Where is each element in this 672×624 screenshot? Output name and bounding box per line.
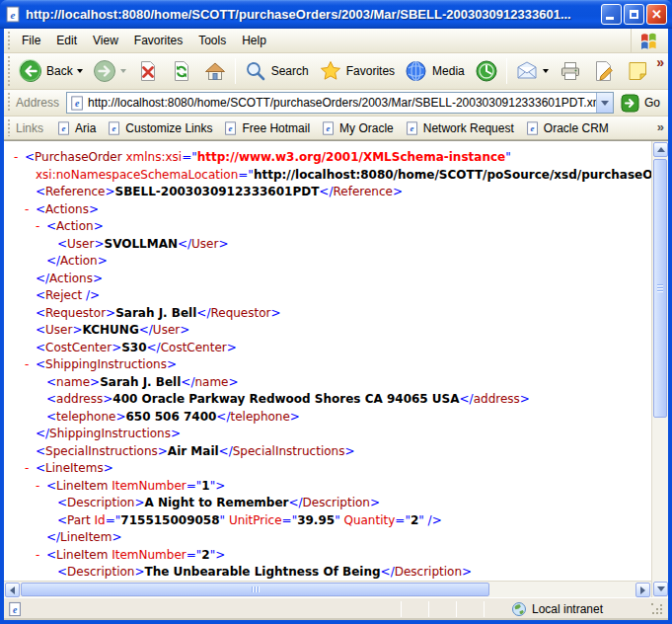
toolbar-overflow-chevron[interactable]: » [656, 54, 664, 70]
home-button[interactable] [198, 56, 232, 87]
xml-line: <User>SVOLLMAN</User> [4, 236, 651, 254]
collapse-marker[interactable]: - [36, 478, 46, 496]
xml-tag-name: name [194, 375, 228, 389]
search-button[interactable]: Search [239, 56, 314, 87]
scroll-down-button[interactable] [653, 582, 668, 596]
xml-namespace-value: http://www.w3.org/2001/XMLSchema-instanc… [197, 150, 505, 164]
scroll-left-button[interactable] [5, 583, 20, 597]
ie-page-icon: e [526, 120, 540, 136]
chevron-down-icon[interactable] [120, 69, 126, 73]
collapse-marker[interactable]: - [36, 218, 46, 236]
refresh-icon [170, 59, 193, 83]
xml-attribute-name: xmlns:xsi [122, 150, 183, 164]
stop-button[interactable] [131, 56, 165, 87]
ie-page-icon: e [224, 120, 238, 136]
menu-item-help[interactable]: Help [234, 31, 274, 50]
xml-line: <Reference>SBELL-2003030912333601PDT</Re… [4, 184, 651, 201]
toolbar-grip[interactable] [7, 32, 10, 49]
xml-punctuation: =" [395, 513, 411, 527]
close-button[interactable]: ✕ [646, 4, 667, 25]
xml-text-content: 650 506 7400 [125, 410, 216, 424]
collapse-marker[interactable]: - [25, 356, 36, 374]
address-field-box: e [66, 92, 614, 114]
collapse-marker[interactable]: - [25, 460, 36, 478]
xml-tag-name: Reference [45, 185, 105, 198]
xml-punctuation: < [57, 237, 67, 251]
menu-item-tools[interactable]: Tools [190, 31, 234, 50]
edit-button[interactable] [587, 56, 621, 87]
mail-button[interactable] [510, 56, 554, 87]
xml-punctuation: > [370, 496, 380, 509]
minimize-button[interactable] [601, 4, 622, 25]
collapse-marker[interactable]: - [25, 201, 36, 219]
xml-attribute-value: 39.95 [297, 513, 335, 527]
media-button[interactable]: Media [400, 56, 470, 87]
xml-punctuation: > [134, 565, 144, 579]
collapse-marker[interactable]: - [36, 547, 46, 565]
link-item-free-hotmail[interactable]: eFree Hotmail [218, 120, 316, 136]
history-button[interactable] [470, 56, 503, 87]
print-button[interactable] [554, 56, 587, 87]
xml-text-content: A Night to Remember [144, 496, 288, 509]
link-label: Network Request [423, 121, 514, 135]
forward-button[interactable] [88, 56, 131, 87]
link-item-oracle-crm[interactable]: eOracle CRM [520, 120, 615, 136]
address-input[interactable] [88, 96, 596, 110]
link-item-customize-links[interactable]: eCustomize Links [102, 120, 218, 136]
xml-punctuation: < [57, 496, 67, 509]
xml-attribute-value: 2 [201, 548, 209, 562]
globe-icon [511, 601, 527, 617]
xml-attribute-value: 2 [411, 513, 418, 527]
menu-item-view[interactable]: View [85, 31, 126, 50]
link-item-aria[interactable]: eAria [51, 120, 102, 136]
scroll-up-button[interactable] [653, 142, 668, 157]
xml-punctuation: > [106, 185, 115, 198]
address-dropdown-button[interactable] [596, 93, 613, 113]
horizontal-scroll-thumb[interactable] [21, 583, 489, 596]
xml-punctuation: =" [187, 479, 202, 493]
ie-page-icon: e [5, 6, 22, 23]
toolbar-grip[interactable] [7, 119, 10, 136]
menu-item-edit[interactable]: Edit [48, 31, 85, 50]
scroll-right-button[interactable] [635, 583, 650, 597]
go-button[interactable]: Go [621, 94, 660, 113]
chevron-down-icon[interactable] [77, 69, 83, 73]
xml-punctuation: > [89, 202, 99, 216]
back-button[interactable]: Back [14, 56, 88, 87]
xml-punctuation: < [36, 444, 45, 458]
vertical-scroll-thumb[interactable] [653, 159, 667, 418]
xml-tag-name: SpecialInstructions [45, 444, 158, 458]
menu-bar: FileEditViewFavoritesToolsHelp [4, 29, 668, 53]
menu-item-favorites[interactable]: Favorites [126, 31, 190, 50]
xml-text-content: 400 Oracle Parkway Redwood Shores CA 940… [112, 392, 459, 406]
xml-punctuation: =" [187, 548, 202, 562]
toolbar-grip[interactable] [7, 93, 10, 113]
horizontal-scrollbar[interactable] [4, 581, 651, 597]
maximize-button[interactable] [624, 4, 644, 25]
status-bar: e Local intranet [4, 597, 668, 620]
xml-text-content: Sarah J. Bell [100, 375, 181, 389]
xml-tag-name: address [56, 392, 103, 406]
xml-punctuation: </ [460, 392, 474, 406]
window-resize-grip[interactable] [651, 603, 664, 616]
xml-tag-name: Description [303, 496, 370, 509]
xml-attribute-name: UnitPrice [229, 513, 282, 527]
xml-punctuation: /> [82, 288, 100, 302]
toolbar-grip[interactable] [7, 56, 10, 86]
links-overflow-chevron[interactable]: » [657, 119, 664, 134]
xml-punctuation: < [36, 185, 45, 198]
refresh-button[interactable] [165, 56, 198, 87]
xml-punctuation: =" [282, 513, 298, 527]
vertical-scrollbar[interactable] [651, 141, 668, 597]
xml-line: </LineItem> [4, 529, 651, 547]
chevron-down-icon[interactable] [543, 69, 549, 73]
link-label: Free Hotmail [242, 121, 310, 135]
discuss-button[interactable] [621, 56, 654, 87]
xml-punctuation: > [112, 530, 121, 544]
favorites-button[interactable]: Favorites [314, 56, 400, 87]
collapse-marker[interactable]: - [14, 149, 25, 167]
link-item-network-request[interactable]: eNetwork Request [400, 120, 520, 136]
xml-attribute-name: ItemNumber [108, 548, 186, 562]
menu-item-file[interactable]: File [14, 31, 48, 50]
link-item-my-oracle[interactable]: eMy Oracle [316, 120, 400, 136]
